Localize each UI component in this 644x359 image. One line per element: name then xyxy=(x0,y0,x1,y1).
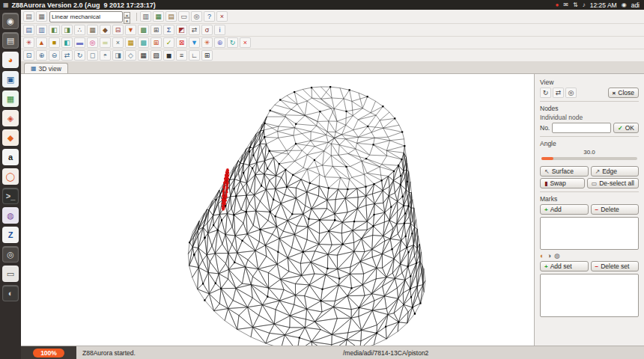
help-icon[interactable]: ? xyxy=(204,11,215,22)
add-mark-button[interactable]: + Add xyxy=(540,204,589,215)
firefox-icon[interactable]: ◕ xyxy=(2,52,19,68)
z88aurora-icon[interactable]: Z xyxy=(2,227,19,243)
rotate-view-icon[interactable]: ↻ xyxy=(74,50,85,61)
printer-icon[interactable]: ▭ xyxy=(178,11,189,22)
terminal-icon[interactable]: >_ xyxy=(2,188,19,204)
spin-up-icon[interactable]: ▴ xyxy=(124,12,130,18)
hexahedron-icon[interactable]: ■ xyxy=(49,37,60,48)
free-mesh-icon[interactable]: ▩ xyxy=(138,37,149,48)
superelement-icon[interactable]: ⊞ xyxy=(151,25,162,35)
marks-list[interactable] xyxy=(540,217,639,250)
view-rotate-icon[interactable]: ↻ xyxy=(540,88,551,98)
amazon-icon[interactable]: a xyxy=(2,149,19,165)
files-icon[interactable]: ▤ xyxy=(2,32,19,49)
rotation-load-icon[interactable]: ↻ xyxy=(227,37,238,48)
libreoffice-writer-icon[interactable]: ▣ xyxy=(2,71,19,88)
loads-tool-icon[interactable]: ▼ xyxy=(125,25,136,35)
results-tool-icon[interactable]: ◩ xyxy=(176,25,187,35)
edge-select-button[interactable]: ↗ Edge xyxy=(591,166,640,177)
spin-down-icon[interactable]: ▾ xyxy=(124,18,130,24)
elements-tool-icon[interactable]: ▦ xyxy=(87,25,98,35)
refine-mesh-icon[interactable]: ⊞ xyxy=(151,37,162,48)
displacement-icon[interactable]: ⇄ xyxy=(189,25,200,35)
wireframe-icon[interactable]: ▦ xyxy=(138,50,149,61)
software-center-icon[interactable]: ◍ xyxy=(2,207,19,224)
iso-view-icon[interactable]: ◇ xyxy=(125,50,136,61)
mail-indicator-icon[interactable]: ✉ xyxy=(563,0,568,10)
save-project-icon[interactable]: ▥ xyxy=(36,25,47,35)
new-model-icon[interactable]: ▤ xyxy=(23,11,34,22)
zoom-in-icon[interactable]: ⊕ xyxy=(36,50,47,61)
delete-set-button[interactable]: − Delete set xyxy=(591,261,640,271)
snapshot-icon[interactable]: ◎ xyxy=(191,11,202,22)
shell-element-icon[interactable]: ◧ xyxy=(61,37,73,48)
torus-element-icon[interactable]: ◎ xyxy=(87,37,98,48)
solver-tool-icon[interactable]: Σ xyxy=(163,25,174,35)
material-tool-icon[interactable]: ◆ xyxy=(100,25,111,35)
top-view-icon[interactable]: ◓ xyxy=(100,50,111,61)
close-button[interactable]: × Close xyxy=(608,88,639,98)
delete-structure-icon[interactable]: × xyxy=(240,37,251,48)
nodes-tool-icon[interactable]: ∴ xyxy=(74,25,85,35)
delete-mark-button[interactable]: − Delete xyxy=(591,204,640,215)
tab-3d-view[interactable]: ▦ 3D view xyxy=(24,63,68,73)
network-indicator-icon[interactable]: ⇅ xyxy=(573,0,578,10)
boundary-icon[interactable]: ⊠ xyxy=(176,37,187,48)
plate-element-icon[interactable]: ▬ xyxy=(74,37,85,48)
session-indicator-icon[interactable]: ◉ xyxy=(622,0,627,10)
temperature-load-icon[interactable]: ✳ xyxy=(201,37,213,48)
open-model-icon[interactable]: ▦ xyxy=(36,11,47,22)
window-app-icon[interactable]: ▦ xyxy=(3,1,9,8)
ubuntu-one-icon[interactable]: ◯ xyxy=(2,168,19,185)
axes-icon[interactable]: ∟ xyxy=(189,50,200,61)
hidden-line-icon[interactable]: ▧ xyxy=(151,50,162,61)
mark-hidden-icon[interactable]: ◑ xyxy=(547,252,550,260)
open-project-icon[interactable]: ▤ xyxy=(23,25,34,35)
shaded-view-icon[interactable]: ◼ xyxy=(163,50,174,61)
mesh-generator-icon[interactable]: ▦ xyxy=(153,11,164,22)
info-tool-icon[interactable]: i xyxy=(214,25,225,35)
export-geometry-icon[interactable]: ◨ xyxy=(61,25,73,35)
mapped-mesh-icon[interactable]: ▦ xyxy=(125,37,136,48)
mesh-canvas[interactable] xyxy=(21,74,534,346)
beam-element-icon[interactable]: ═ xyxy=(100,37,111,48)
gravity-load-icon[interactable]: ⊕ xyxy=(214,37,225,48)
truss-element-icon[interactable]: × xyxy=(112,37,124,48)
mark-visible-icon[interactable]: ◐ xyxy=(540,252,544,260)
simulation-mode-select[interactable]: Linear mechanical xyxy=(49,11,123,22)
system-settings-icon[interactable]: ◎ xyxy=(2,246,19,263)
solver-settings-icon[interactable]: ▥ xyxy=(140,11,151,22)
stress-icon[interactable]: σ xyxy=(201,25,213,35)
constraints-tool-icon[interactable]: ⊟ xyxy=(112,25,124,35)
fullscreen-icon[interactable]: ⊞ xyxy=(201,50,213,61)
mesh-tool-icon[interactable]: ▩ xyxy=(138,25,149,35)
front-view-icon[interactable]: ◻ xyxy=(87,50,98,61)
libreoffice-calc-icon[interactable]: ▦ xyxy=(2,90,19,107)
import-geometry-icon[interactable]: ◧ xyxy=(49,25,60,35)
view-zoom-icon[interactable]: ◎ xyxy=(565,88,577,98)
volume-indicator-icon[interactable]: ♪ xyxy=(583,0,586,10)
surface-select-button[interactable]: ↖ Surface xyxy=(540,166,589,177)
pressure-load-icon[interactable]: ▼ xyxy=(189,37,200,48)
rhythmbox-icon[interactable]: ◈ xyxy=(2,110,19,126)
backup-icon[interactable]: ◐ xyxy=(2,285,19,301)
username-indicator[interactable]: adi xyxy=(631,1,640,9)
zoom-out-icon[interactable]: ⊖ xyxy=(49,50,60,61)
printer-tool-icon[interactable]: ▭ xyxy=(2,266,19,282)
tetrahedron-icon[interactable]: ▲ xyxy=(36,37,47,48)
pan-icon[interactable]: ⇄ xyxy=(61,50,73,61)
view-move-icon[interactable]: ⇄ xyxy=(553,88,564,98)
deselect-all-button[interactable]: ▭ De-select all xyxy=(587,178,639,188)
labels-icon[interactable]: ≡ xyxy=(176,50,187,61)
ok-button[interactable]: ✓ OK xyxy=(613,123,639,133)
clock-indicator[interactable]: 12:25 AM xyxy=(590,1,617,9)
add-set-button[interactable]: + Add set xyxy=(540,261,589,271)
spider-structure-icon[interactable]: ✳ xyxy=(23,37,34,48)
side-view-icon[interactable]: ◨ xyxy=(112,50,124,61)
mark-solo-icon[interactable]: ◍ xyxy=(554,252,560,260)
check-mesh-icon[interactable]: ✓ xyxy=(163,37,174,48)
zoom-fit-icon[interactable]: ⊡ xyxy=(23,50,34,61)
record-indicator-icon[interactable]: ● xyxy=(556,0,559,10)
dash-home-icon[interactable]: ◉ xyxy=(2,13,19,29)
sets-list[interactable] xyxy=(540,274,639,317)
